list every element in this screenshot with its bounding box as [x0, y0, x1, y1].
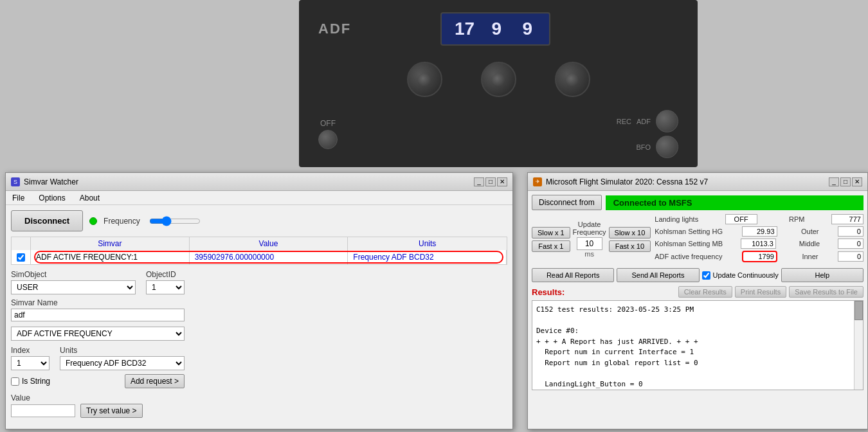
msfs-window-title: Microsoft Flight Simulator 2020: Cessna … [546, 177, 708, 186]
simvar-dropdown[interactable]: ADF ACTIVE FREQUENCY [11, 327, 185, 341]
adf-display: 17 9 9 [440, 12, 550, 46]
add-request-button[interactable]: Add request > [125, 374, 185, 388]
col-value: Value [190, 237, 348, 250]
objectid-select[interactable]: 1 [146, 280, 185, 294]
results-line-blank2 [536, 368, 859, 379]
results-line-blank1 [536, 316, 859, 327]
landing-lights-input[interactable] [725, 214, 757, 224]
simvar-close-button[interactable]: ✕ [497, 177, 507, 186]
update-continuously-label: Update Continuously [713, 271, 779, 279]
is-string-checkbox[interactable] [11, 377, 19, 386]
inner-label: Inner [802, 253, 818, 260]
save-results-button[interactable]: Save Results to File [789, 286, 863, 298]
frequency-label: Frequency [104, 217, 140, 226]
rpm-label: RPM [789, 215, 804, 223]
frequency-slider[interactable] [149, 216, 201, 226]
disconnect-from-button[interactable]: Disconnect from [532, 195, 602, 210]
fast-x10-button[interactable]: Fast x 10 [609, 240, 651, 252]
simvar-minimize-button[interactable]: _ [474, 177, 484, 186]
scrollbar-thumb[interactable] [854, 301, 863, 320]
kohlsman-mb-label: Kohlsman Setting MB [655, 240, 723, 248]
adf-bfo-label: BFO [636, 143, 651, 151]
read-all-reports-button[interactable]: Read All Reports [532, 268, 614, 282]
inner-input[interactable] [838, 251, 863, 262]
freq-value-input[interactable] [577, 237, 602, 250]
rpm-input[interactable] [831, 214, 863, 224]
results-line-3: + + + A Report has just ARRIVED. + + + [536, 337, 859, 348]
try-set-button[interactable]: Try set value > [80, 404, 143, 418]
knob-left[interactable] [407, 62, 442, 97]
menu-options[interactable]: Options [35, 193, 69, 203]
adf-freq-input[interactable] [742, 251, 777, 262]
simvar-maximize-button[interactable]: □ [485, 177, 496, 186]
kohlsman-hg-label: Kohlsman Setting HG [655, 228, 723, 235]
results-line-blank3 [536, 390, 859, 390]
slow-x10-button[interactable]: Slow x 10 [609, 227, 651, 239]
update-frequency-label: UpdateFrequency [573, 221, 606, 236]
results-line-4: Report num in current Interface = 1 [536, 347, 859, 358]
row-simvar-cell: ADF ACTIVE FREQUENCY:1 [31, 250, 190, 264]
msfs-minimize-button[interactable]: _ [829, 177, 839, 186]
adf-digit-1: 17 [455, 19, 475, 39]
objectid-label: ObjectID [146, 270, 185, 279]
results-label: Results: [532, 287, 565, 297]
menu-file[interactable]: File [8, 193, 28, 203]
update-continuously-checkbox[interactable] [702, 271, 710, 280]
adf-label: ADF [318, 21, 351, 37]
adf-panel: ADF 17 9 9 OFF REC ADF BFO [299, 0, 698, 167]
units-select[interactable]: Frequency ADF BCD32 [60, 356, 185, 370]
adf-power-knob[interactable] [318, 130, 338, 149]
adf-off-label: OFF [320, 119, 336, 128]
print-results-button[interactable]: Print Results [735, 286, 786, 298]
is-string-label: Is String [22, 377, 50, 386]
simobject-select[interactable]: USER [11, 280, 136, 294]
value-input[interactable] [11, 404, 75, 417]
adf-mode-knob[interactable] [656, 110, 678, 132]
adf-freq-label: ADF active frequency [655, 253, 722, 260]
menu-about[interactable]: About [76, 193, 104, 203]
connection-indicator [89, 217, 97, 225]
results-line-1: C152 test results: 2023-05-25 3:25 PM [536, 305, 859, 316]
clear-results-button[interactable]: Clear Results [678, 286, 732, 298]
results-line-2: Device #0: [536, 326, 859, 337]
adf-right-labels: REC ADF BFO [617, 110, 678, 158]
adf-bfo-knob[interactable] [656, 136, 678, 158]
results-scrollbar[interactable] [854, 301, 863, 390]
help-button[interactable]: Help [781, 268, 863, 282]
msfs-titlebar: ✈ Microsoft Flight Simulator 2020: Cessn… [528, 173, 867, 191]
row-checkbox[interactable] [17, 253, 25, 262]
kohlsman-mb-input[interactable] [741, 239, 776, 249]
results-text-area[interactable]: C152 test results: 2023-05-25 3:25 PM De… [532, 300, 863, 390]
fast-x1-button[interactable]: Fast x 1 [532, 240, 570, 252]
landing-lights-label: Landing lights [655, 215, 698, 223]
msfs-close-button[interactable]: ✕ [852, 177, 862, 186]
adf-adf-label: ADF [637, 118, 651, 125]
index-select[interactable]: 1 [11, 356, 50, 370]
knob-right[interactable] [555, 62, 590, 97]
adf-digit-3: 9 [518, 19, 536, 39]
simvar-titlebar: S Simvar Watcher _ □ ✕ [6, 173, 512, 191]
table-row: ADF ACTIVE FREQUENCY:1 395902976.0000000… [11, 250, 507, 265]
simvar-menu-bar: File Options About [6, 191, 512, 205]
simvar-window: S Simvar Watcher _ □ ✕ File Options Abou… [5, 172, 513, 429]
simvar-window-title: Simvar Watcher [24, 177, 78, 186]
adf-knobs [407, 62, 590, 97]
adf-rec-label: REC [617, 118, 631, 125]
kohlsman-hg-input[interactable] [742, 226, 777, 237]
value-label: Value [11, 393, 185, 402]
middle-input[interactable] [838, 239, 863, 249]
knob-center[interactable] [481, 62, 516, 97]
row-checkbox-cell [12, 250, 31, 264]
slow-x1-button[interactable]: Slow x 1 [532, 227, 570, 239]
send-all-reports-button[interactable]: Send All Reports [617, 268, 699, 282]
simvar-name-input[interactable] [11, 309, 185, 321]
results-section: Results: Clear Results Print Results Sav… [532, 286, 863, 390]
simvar-name-label: Simvar Name [11, 298, 185, 307]
row-units-cell: Frequency ADF BCD32 [348, 250, 507, 264]
msfs-maximize-button[interactable]: □ [840, 177, 851, 186]
results-line-5: Report num in global report list = 0 [536, 358, 859, 369]
outer-input[interactable] [838, 226, 863, 237]
update-continuously-row: Update Continuously [702, 268, 779, 282]
connected-status: Connected to MSFS [606, 195, 863, 210]
disconnect-button[interactable]: Disconnect [11, 210, 83, 231]
